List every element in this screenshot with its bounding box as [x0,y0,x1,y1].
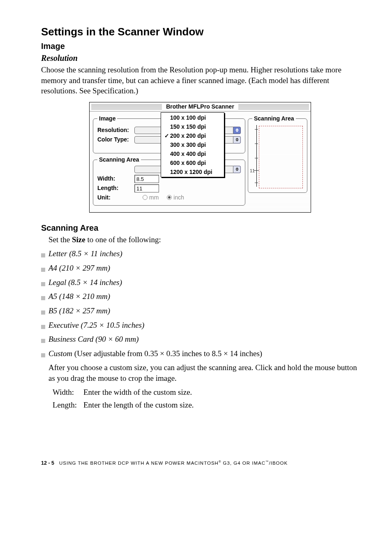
footer-part1: USING THE BROTHER DCP WITH A NEW POWER M… [59,461,219,466]
length-input[interactable]: 11 [134,184,159,192]
check-icon: ✓ [164,132,170,140]
scanningarea-preview-legend: Scanning Area [252,115,296,123]
bullet-square-icon [41,253,45,257]
footer-part3: /IBOOK [269,461,288,466]
bullet-square-icon [41,282,45,286]
custom-paragraph: After you choose a custom size, you can … [48,362,359,383]
bullet-square-icon [41,353,45,357]
list-item-text: A4 (210 × 297 mm) [48,263,110,273]
radio-icon [143,195,148,200]
bullet-square-icon [41,339,45,343]
chevron-up-down-icon [233,127,241,134]
list-item-text: A5 (148 × 210 mm) [48,291,110,302]
bullet-square-icon [41,268,45,272]
ruler-tick [255,183,258,183]
length-label: Length: [97,184,134,192]
list-item-text: B5 (182 × 257 mm) [48,306,110,316]
ruler-tick [255,129,258,130]
subheading-image: Image [41,41,359,52]
page-number: 12 - 5 [41,460,54,467]
ruler-tick [255,144,258,144]
menu-item-label: 1200 x 1200 dpi [170,168,212,176]
list-item: A5 (148 × 210 mm) [41,291,359,302]
subheading-resolution: Resolution [41,53,359,64]
definitions: Width: Enter the width of the custom siz… [53,387,359,410]
definition-row: Length: Enter the length of the custom s… [53,400,359,410]
list-item: Letter (8.5 × 11 inches) [41,248,359,259]
list-item: Custom (User adjustable from 0.35 × 0.35… [41,348,359,359]
list-item: B5 (182 × 257 mm) [41,306,359,316]
menu-item[interactable]: 300 x 300 dpi [161,140,224,149]
unit-inch-text: inch [173,194,184,202]
page-footer: 12 - 5 USING THE BROTHER DCP WITH A NEW … [41,460,359,467]
list-item-text: Legal (8.5 × 14 inches) [48,277,122,288]
menu-item-label: 300 x 300 dpi [170,141,206,149]
chevron-up-down-icon [233,166,241,173]
definition-key: Width: [53,387,83,398]
unit-label: Unit: [97,194,134,202]
size-intro: Set the Size to one of the following: [48,234,359,245]
size-intro-bold: Size [72,235,85,244]
custom-tail: (User adjustable from 0.35 × 0.35 inches… [72,349,262,358]
dialog-body: 100 x 100 dpi 150 x 150 dpi ✓200 x 200 d… [90,111,311,212]
unit-inch-radio[interactable]: inch [167,194,184,202]
menu-item-label: 150 x 150 dpi [170,123,206,131]
menu-item[interactable]: 1200 x 1200 dpi [161,167,224,176]
definition-row: Width: Enter the width of the custom siz… [53,387,359,398]
paragraph-resolution: Choose the scanning resolution from the … [41,65,359,96]
scan-selection-outline [259,126,303,188]
width-input[interactable]: 8.5 [134,175,159,183]
bullet-square-icon [41,296,45,300]
scanningarea-preview-fieldset: Scanning Area 11 [248,115,307,193]
scanningarea-legend: Scanning Area [97,156,141,164]
size-intro-post: to one of the following: [85,235,161,244]
resolution-label: Resolution: [97,126,134,134]
subheading-scanning-area: Scanning Area [41,222,359,234]
bullet-square-icon [41,310,45,315]
scanning-area-panel: Scanning Area 11 [248,115,307,208]
definition-value: Enter the width of the custom size. [83,387,192,398]
list-item: Business Card (90 × 60 mm) [41,334,359,345]
ruler-vertical [256,125,257,187]
unit-mm-text: mm [149,194,159,202]
menu-item[interactable]: 100 x 100 dpi [161,113,224,122]
menu-item-label: 600 x 600 dpi [170,159,206,167]
list-item-text: Custom (User adjustable from 0.35 × 0.35… [48,348,262,359]
colortype-label: Color Type: [97,136,134,144]
menu-item[interactable]: ✓200 x 200 dpi [161,131,224,140]
custom-lead: Custom [48,349,72,358]
footer-part2: G3, G4 OR IMAC [221,461,265,466]
list-item: Legal (8.5 × 14 inches) [41,277,359,288]
dialog-title: Brother MFLPro Scanner [164,103,237,111]
definition-key: Length: [53,400,83,410]
titlebar-stripes [238,104,309,110]
menu-item[interactable]: 150 x 150 dpi [161,122,224,131]
list-item: Executive (7.25 × 10.5 inches) [41,320,359,331]
dialog-titlebar: Brother MFLPro Scanner [90,102,311,111]
menu-item-label: 200 x 200 dpi [170,132,206,140]
image-legend: Image [97,115,117,123]
heading-settings: Settings in the Scanner Window [41,25,359,39]
scan-preview[interactable]: 11 [252,125,303,187]
size-intro-pre: Set the [48,235,72,244]
radio-icon [167,195,172,200]
unit-row: Unit: mm inch [97,194,241,202]
menu-item[interactable]: 400 x 400 dpi [161,149,224,158]
menu-item-label: 100 x 100 dpi [170,114,206,122]
length-row: Length: 11 [97,184,241,192]
chevron-up-down-icon [233,136,241,144]
list-item-text: Letter (8.5 × 11 inches) [48,248,122,259]
list-item-text: Business Card (90 × 60 mm) [48,334,139,345]
ruler-label: 11 [250,168,255,174]
menu-item[interactable]: 600 x 600 dpi [161,158,224,167]
width-label: Width: [97,175,134,183]
unit-mm-radio[interactable]: mm [143,194,159,202]
titlebar-stripes [91,104,162,110]
size-option-list: Letter (8.5 × 11 inches) A4 (210 × 297 m… [41,248,359,359]
trademark-icon: ™ [265,460,269,463]
definition-value: Enter the length of the custom size. [83,400,194,410]
list-item: A4 (210 × 297 mm) [41,263,359,273]
dialog-left-column: 100 x 100 dpi 150 x 150 dpi ✓200 x 200 d… [93,115,245,208]
bullet-square-icon [41,325,45,329]
resolution-popup-menu[interactable]: 100 x 100 dpi 150 x 150 dpi ✓200 x 200 d… [161,112,224,177]
